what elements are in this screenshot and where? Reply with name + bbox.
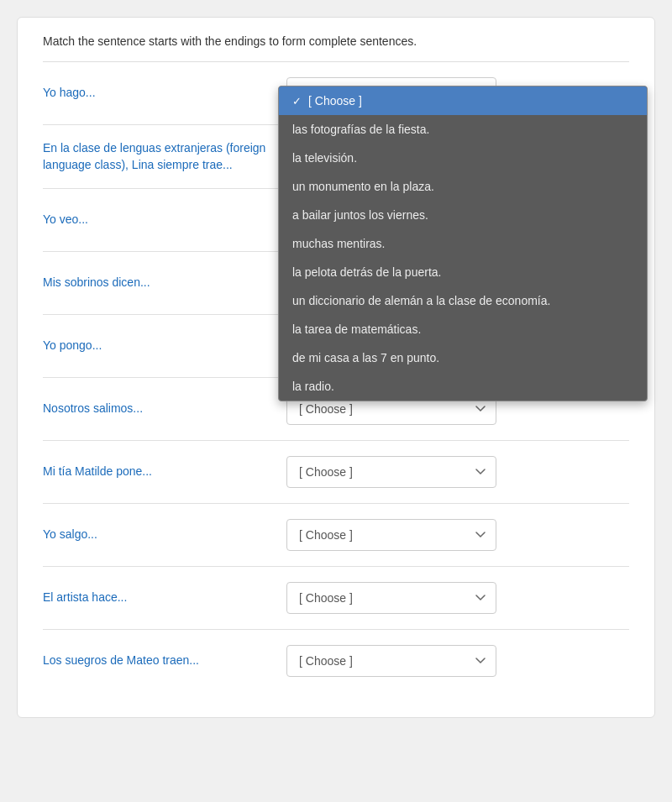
sentence-start-el-artista: El artista hace... [43,590,286,606]
dropdown-option-mentiras[interactable]: muchas mentiras. [279,229,647,258]
row-yo-salgo: Yo salgo... [ Choose ] [43,504,629,567]
row-los-suegros: Los suegros de Mateo traen... [ Choose ] [43,630,629,692]
dropdown-option-fotografias[interactable]: las fotografías de la fiesta. [279,115,647,144]
dropdown-mi-tia[interactable]: [ Choose ] [286,456,496,488]
sentence-start-yo-salgo: Yo salgo... [43,527,286,543]
sentence-start-yo-veo: Yo veo... [43,212,286,228]
row-mi-tia: Mi tía Matilde pone... [ Choose ] [43,441,629,504]
dropdown-option-diccionario[interactable]: un diccionario de alemán a la clase de e… [279,286,647,315]
dropdown-wrapper-yo-salgo: [ Choose ] [286,519,629,551]
dropdown-option-television[interactable]: la televisión. [279,144,647,172]
dropdown-el-artista[interactable]: [ Choose ] [286,582,496,614]
sentence-start-los-suegros: Los suegros de Mateo traen... [43,653,286,669]
checkmark-icon: ✓ [292,95,302,107]
dropdown-option-pelota[interactable]: la pelota detrás de la puerta. [279,258,647,286]
sentence-start-yo-hago: Yo hago... [43,85,286,102]
sentence-start-mi-tia: Mi tía Matilde pone... [43,464,286,480]
exercise-container: Match the sentence starts with the endin… [17,17,655,718]
sentence-start-nosotros-salimos: Nosotros salimos... [43,401,286,417]
dropdown-option-bailar[interactable]: a bailar juntos los viernes. [279,201,647,229]
dropdown-wrapper-el-artista: [ Choose ] [286,582,629,614]
dropdown-yo-salgo[interactable]: [ Choose ] [286,519,496,551]
sentence-start-yo-pongo: Yo pongo... [43,338,286,354]
sentence-start-en-la-clase: En la clase de lenguas extranjeras (fore… [43,140,286,173]
dropdown-option-choose[interactable]: ✓[ Choose ] [279,86,647,115]
dropdown-wrapper-mi-tia: [ Choose ] [286,456,629,488]
row-el-artista: El artista hace... [ Choose ] [43,567,629,630]
row-yo-hago: Yo hago... [ Choose ] las fotografías de… [43,62,629,125]
open-dropdown-overlay: ✓[ Choose ] las fotografías de la fiesta… [278,86,648,401]
dropdown-wrapper-los-suegros: [ Choose ] [286,645,629,677]
sentence-start-mis-sobrinos: Mis sobrinos dicen... [43,275,286,291]
dropdown-option-monumento[interactable]: un monumento en la plaza. [279,172,647,201]
dropdown-los-suegros[interactable]: [ Choose ] [286,645,496,677]
instructions-text: Match the sentence starts with the endin… [43,34,629,62]
dropdown-option-radio[interactable]: la radio. [279,372,647,401]
dropdown-option-tarea[interactable]: la tarea de matemáticas. [279,315,647,343]
dropdown-option-casa[interactable]: de mi casa a las 7 en punto. [279,343,647,372]
dropdown-wrapper-yo-hago: [ Choose ] las fotografías de la fiesta.… [286,77,629,109]
